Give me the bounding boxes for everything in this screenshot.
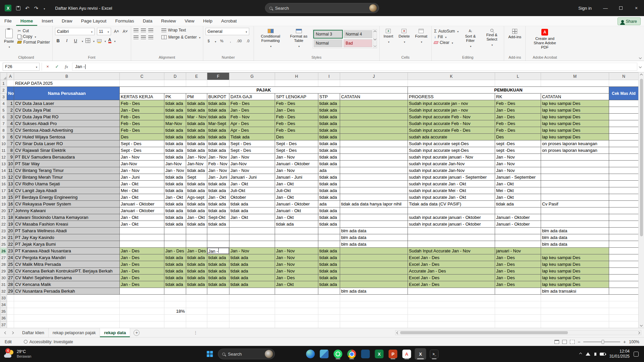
cell-N18[interactable]: [609, 194, 639, 201]
row-header-36[interactable]: 36: [0, 315, 7, 321]
cell-J6[interactable]: [340, 114, 408, 120]
clear-button[interactable]: Clear: [434, 40, 459, 45]
cell-F30[interactable]: tidak ada: [207, 275, 229, 281]
cell-H13[interactable]: Januari - Oktober: [275, 161, 318, 167]
cell-C27[interactable]: Jan - Des: [120, 254, 164, 261]
cell-D23[interactable]: [164, 228, 186, 234]
cell-I1[interactable]: [318, 80, 340, 87]
addins-button[interactable]: Add-ins: [506, 28, 523, 40]
zoom-out-icon[interactable]: −: [578, 339, 580, 345]
cell-M10[interactable]: on proses laporan keuangan: [541, 140, 609, 147]
cell-A20[interactable]: 17: [7, 207, 14, 214]
cell-F14[interactable]: Jan - Nov: [207, 167, 229, 174]
cell-E30[interactable]: tidak ada: [186, 275, 207, 281]
cell-G18[interactable]: Oktober: [229, 194, 275, 201]
cell-F17[interactable]: tidak ada: [207, 187, 229, 194]
cell-G6[interactable]: Feb - Nov: [229, 114, 275, 120]
row-header-12[interactable]: 12: [0, 154, 7, 161]
whatsapp-icon[interactable]: [332, 348, 344, 360]
cell-N24[interactable]: [609, 234, 639, 241]
close-button[interactable]: ×: [629, 0, 644, 16]
column-header-K[interactable]: K: [408, 73, 495, 80]
column-header-L[interactable]: L: [495, 73, 541, 80]
cell-I21[interactable]: tidak ada: [318, 214, 340, 221]
cell-K3[interactable]: PROGRESS: [408, 94, 495, 100]
page-break-view-icon[interactable]: [570, 340, 575, 344]
cell-A31[interactable]: 28: [7, 281, 14, 288]
cell-E3[interactable]: PM: [186, 94, 207, 100]
currency-format-icon[interactable]: $: [206, 38, 212, 44]
cell-G13[interactable]: Jan-Nov: [229, 161, 275, 167]
paste-button[interactable]: Paste: [2, 28, 15, 50]
cell-D28[interactable]: tidak ada: [164, 261, 186, 268]
cell-F12[interactable]: Jan - Nov: [207, 154, 229, 161]
zoom-in-icon[interactable]: +: [623, 339, 626, 345]
cell-L35[interactable]: [495, 308, 541, 315]
cell-F20[interactable]: tidak ada: [207, 207, 229, 214]
cell-E15[interactable]: Sept: [186, 174, 207, 181]
cell-B32[interactable]: CV Nusantara Persada Berkah: [14, 288, 120, 295]
row-header-5[interactable]: 5: [0, 107, 7, 114]
cell-H36[interactable]: [275, 315, 318, 321]
cell-F26[interactable]: Jan -: [207, 248, 229, 254]
cell-C29[interactable]: Jan - Des: [120, 268, 164, 275]
cell-D4[interactable]: tidak ada: [164, 100, 186, 107]
cell-M7[interactable]: lap keu sampai Des: [541, 120, 609, 127]
cell-E27[interactable]: tidak ada: [186, 254, 207, 261]
cell-C15[interactable]: Jan - Juni: [120, 174, 164, 181]
cell-G8[interactable]: Apr - Des: [229, 127, 275, 134]
cell-A34[interactable]: [7, 301, 14, 308]
cell-A1[interactable]: [7, 80, 14, 87]
cell-J10[interactable]: [340, 140, 408, 147]
cell-L7[interactable]: Feb - Des: [495, 120, 541, 127]
cell-L32[interactable]: [495, 288, 541, 295]
cell-style-bad[interactable]: Bad: [343, 39, 372, 47]
row-header-14[interactable]: 14: [0, 167, 7, 174]
cell-F19[interactable]: tidak ada: [207, 201, 229, 207]
cell-F18[interactable]: Jan - Okt: [207, 194, 229, 201]
cell-J33[interactable]: [340, 295, 408, 301]
cell-K24[interactable]: [408, 234, 495, 241]
cell-B14[interactable]: CV Bintang Terang Timur: [14, 167, 120, 174]
cell-style-normal[interactable]: Normal: [314, 39, 342, 47]
number-format-select[interactable]: General: [206, 28, 249, 35]
cell-A4[interactable]: 1: [7, 100, 14, 107]
cell-G24[interactable]: [229, 234, 275, 241]
cell-G12[interactable]: Jan - Nov: [229, 154, 275, 161]
cell-I23[interactable]: [318, 228, 340, 234]
phone-link-icon[interactable]: [360, 348, 371, 360]
redo-icon[interactable]: ↷: [34, 6, 39, 11]
cell-G9[interactable]: Tidak ada: [229, 134, 275, 140]
row-header-24[interactable]: 24: [0, 234, 7, 241]
cell-F31[interactable]: tidak ada: [207, 281, 229, 288]
gallery-more-icon[interactable]: [373, 44, 376, 47]
excel-icon[interactable]: X: [374, 348, 385, 360]
cell-N9[interactable]: [609, 134, 639, 140]
cell-F9[interactable]: tidak ada: [207, 134, 229, 140]
horizontal-scroll-thumb[interactable]: [400, 331, 568, 334]
sort-filter-button[interactable]: Sort & Filter: [461, 28, 480, 50]
format-painter-button[interactable]: Format Painter: [17, 40, 50, 45]
decrease-decimal-icon[interactable]: .0: [245, 38, 251, 44]
scroll-down-icon[interactable]: [640, 324, 643, 326]
cell-F29[interactable]: tidak ada: [207, 268, 229, 275]
cell-L24[interactable]: [495, 234, 541, 241]
anydesk-icon[interactable]: A: [401, 348, 413, 360]
sheet-tab-daftar-klien[interactable]: Daftar klien: [18, 328, 49, 337]
cell-F28[interactable]: tidak ada: [207, 261, 229, 268]
cell-A25[interactable]: 22: [7, 241, 14, 248]
cell-M21[interactable]: [541, 214, 609, 221]
cell-D35[interactable]: 18%: [164, 308, 186, 315]
cell-E31[interactable]: tidak ada: [186, 281, 207, 288]
cell-F23[interactable]: [207, 228, 229, 234]
cell-B13[interactable]: PT Star Way: [14, 161, 120, 167]
cell-I26[interactable]: tidak ada: [318, 248, 340, 254]
cell-N20[interactable]: [609, 207, 639, 214]
select-all-corner[interactable]: [0, 73, 7, 80]
taskbar-clock[interactable]: 12:04 31/01/2025: [609, 349, 630, 359]
cell-D19[interactable]: tidak ada: [164, 201, 186, 207]
cell-H22[interactable]: tidak ada: [275, 221, 318, 228]
cell-K27[interactable]: Excel Jan - Des: [408, 254, 495, 261]
ribbon-tab-help[interactable]: Help: [199, 16, 217, 26]
cell-N14[interactable]: [609, 167, 639, 174]
